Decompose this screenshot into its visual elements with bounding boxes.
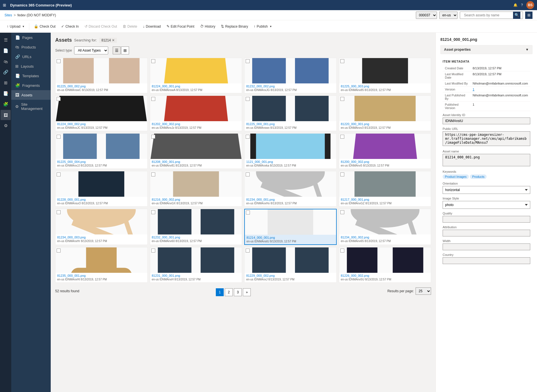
image-checkbox[interactable]	[151, 59, 155, 63]
focal-button[interactable]: ✎ Edit Focal Point	[164, 23, 197, 30]
keyword-tag[interactable]: Products	[470, 174, 487, 179]
nav-pages[interactable]: 📄 Pages	[11, 33, 51, 42]
image-card[interactable]: 81220_000_001.png en-us IDNMAnxv3 8/13/2…	[339, 96, 431, 131]
image-checkbox[interactable]	[151, 172, 155, 176]
replace-button[interactable]: ⇅ Replace Binary	[219, 23, 250, 30]
list-view-button[interactable]: ☰	[113, 46, 121, 54]
country-input[interactable]	[443, 257, 530, 264]
delete-button[interactable]: 🗑 Delete	[120, 23, 139, 30]
image-style-select[interactable]: photo illustration	[443, 201, 530, 209]
image-checkbox[interactable]	[151, 135, 155, 139]
image-checkbox[interactable]	[246, 172, 250, 176]
store-select[interactable]: 000037	[416, 12, 437, 19]
sidebar-layouts-icon[interactable]: ⊞	[1, 78, 11, 88]
image-checkbox[interactable]	[151, 249, 155, 253]
nav-products[interactable]: 🛍 Products	[11, 42, 51, 52]
image-checkbox[interactable]	[151, 97, 155, 101]
image-checkbox[interactable]	[340, 59, 344, 63]
asset-name-input[interactable]: 81214_000_001.png	[443, 154, 530, 166]
sidebar-settings-icon[interactable]: ⚙	[1, 121, 11, 131]
asset-identity-input[interactable]	[443, 118, 530, 124]
image-card[interactable]: 81214_000_001.png en-us IDNMAnstU 8/13/2…	[244, 209, 337, 245]
notification-icon[interactable]: 🔔	[513, 3, 518, 7]
nav-layouts[interactable]: ⊞ Layouts	[11, 61, 51, 71]
image-card[interactable]: 81235_000_001.png en-us IDNMAnxHt 8/13/2…	[55, 247, 148, 283]
image-checkbox[interactable]	[57, 249, 61, 253]
keyword-tag[interactable]: Product Images	[443, 174, 469, 179]
image-card[interactable]: 81224_000_001.png en-us IDNMAnswA 8/13/2…	[150, 58, 242, 93]
nav-assets[interactable]: 🖼 Assets	[11, 90, 51, 100]
search-button[interactable]: 🔍	[513, 12, 520, 19]
image-checkbox[interactable]	[57, 97, 61, 101]
sidebar-templates-icon[interactable]: 📑	[1, 88, 11, 99]
image-card[interactable]: 81208_000_001.png en-us IDNMAnv81 8/13/2…	[150, 133, 242, 169]
image-checkbox[interactable]	[57, 135, 61, 139]
checkout-button[interactable]: 🔒 Check Out	[32, 23, 58, 30]
page-2-button[interactable]: 2	[225, 288, 233, 296]
image-card[interactable]: 81225_000_001.png en-us IDNMAnswx 8/13/2…	[244, 96, 337, 131]
image-checkbox[interactable]	[246, 97, 250, 101]
image-checkbox[interactable]	[246, 249, 250, 253]
locale-select[interactable]: en-us	[439, 12, 458, 19]
image-checkbox[interactable]	[151, 210, 155, 214]
attribution-input[interactable]	[443, 230, 530, 236]
image-checkbox[interactable]	[57, 172, 61, 176]
nav-site-management[interactable]: ⚙ Site Management	[11, 100, 51, 113]
image-card[interactable]: 81225_000_004.png en-us IDNMAnxJJ 8/13/2…	[55, 133, 148, 169]
image-card[interactable]: 81231_000_001.png en-us IDNMAnxH 8/13/20…	[150, 247, 242, 283]
page-next-button[interactable]: »	[243, 288, 251, 296]
image-checkbox[interactable]	[340, 97, 344, 101]
image-checkbox[interactable]	[340, 210, 344, 214]
publish-button[interactable]: ↑ Publish ▼	[252, 23, 274, 30]
sidebar-assets-icon[interactable]: 🖼	[1, 110, 11, 120]
sidebar-urls-icon[interactable]: 🔗	[1, 67, 11, 77]
meta-link[interactable]: 1	[473, 88, 474, 91]
per-page-select[interactable]: 25 50 100	[416, 287, 431, 295]
image-card[interactable]: 81216_000_002.png en-us IDNMAnxGX 8/13/2…	[150, 171, 242, 207]
quality-input[interactable]: 100	[443, 216, 530, 223]
help-icon[interactable]: ?	[521, 3, 523, 7]
image-checkbox[interactable]	[340, 249, 344, 253]
image-card[interactable]: 81217_000_001.png en-us IDNMAnxGZ 8/13/2…	[339, 171, 431, 207]
history-button[interactable]: ⏱ History	[198, 23, 218, 30]
image-checkbox[interactable]	[340, 135, 344, 139]
image-card[interactable]: 1121_000_001.png en-us IDNMAnxka 8/13/20…	[244, 133, 337, 169]
image-card[interactable]: 81225_000_003.png en-us IDNMAnx85 8/13/2…	[339, 58, 431, 93]
image-card[interactable]: 81200_000_002.png en-us IDNMAnv5 8/13/20…	[339, 133, 431, 169]
filter-button[interactable]: ⊞	[525, 12, 532, 19]
image-checkbox[interactable]	[246, 135, 250, 139]
image-card[interactable]: 81224_000_002.png en-us IDNMAnxJC 8/13/2…	[55, 96, 148, 131]
public-url-input[interactable]: https://cms-ppe-imageresizer-mr.trafficm…	[443, 131, 530, 146]
discard-button[interactable]: ↺ Discard Check Out	[82, 23, 119, 30]
orientation-select[interactable]: horizontal vertical	[443, 186, 530, 194]
image-card[interactable]: 81228_000_001.png en-us IDNMAnsuO 8/13/2…	[55, 171, 148, 207]
clear-search-button[interactable]: ✕	[112, 38, 115, 42]
image-card[interactable]: 81234_000_003.png en-us IDNMAnxHr 8/13/2…	[55, 209, 148, 245]
image-card[interactable]: 81229_000_002.png en-us IDNMAnxJ 8/13/20…	[244, 247, 337, 283]
sites-link[interactable]: Sites	[5, 13, 12, 17]
checkin-button[interactable]: ✓ Check In	[59, 23, 81, 30]
asset-properties-header[interactable]: Asset properties ▼	[441, 45, 532, 54]
image-card[interactable]: 81234_000_002.png en-us IDNMAnv65 8/13/2…	[339, 209, 431, 245]
image-card[interactable]: 81226_000_002.png en-us IDNMAnv5U 8/13/2…	[339, 247, 431, 283]
image-checkbox[interactable]	[57, 59, 61, 63]
nav-fragments[interactable]: 🧩 Fragments	[11, 81, 51, 90]
sidebar-fragments-icon[interactable]: 🧩	[1, 99, 11, 109]
asset-type-select[interactable]: All Asset Types	[74, 46, 108, 54]
upload-button[interactable]: ↑ Upload ▼	[5, 23, 27, 30]
image-checkbox[interactable]	[246, 211, 250, 214]
avatar[interactable]: BS	[526, 1, 534, 9]
page-1-button[interactable]: 1	[216, 288, 224, 296]
grid-view-button[interactable]: ⊞	[121, 46, 129, 54]
image-card[interactable]: 81225_000_002.png en-us IDNMAnswC 8/13/2…	[55, 58, 148, 93]
image-checkbox[interactable]	[340, 172, 344, 176]
image-card[interactable]: 81232_000_001.png en-us IDNMAnv60 8/13/2…	[150, 209, 242, 245]
image-checkbox[interactable]	[246, 59, 250, 63]
image-checkbox[interactable]	[57, 210, 61, 214]
image-card[interactable]: 81202_000_002.png en-us IDNMAnxJz 8/13/2…	[150, 96, 242, 131]
image-card[interactable]: 81234_000_001.png en-us IDNMAnxHo 8/13/2…	[244, 171, 337, 207]
image-card[interactable]: 81232_000_002.png en-us IDNMAnxJG 8/13/2…	[244, 58, 337, 93]
nav-templates[interactable]: 📑 Templates	[11, 71, 51, 81]
download-button[interactable]: ↓ Download	[141, 23, 163, 30]
page-3-button[interactable]: 3	[234, 288, 242, 296]
